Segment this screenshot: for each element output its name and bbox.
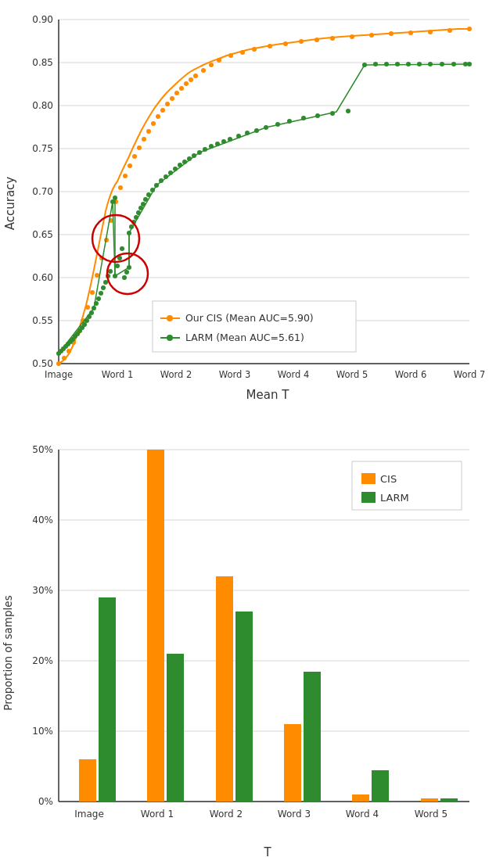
bar-word4-larm (372, 770, 389, 802)
svg-point-36 (90, 290, 95, 295)
svg-text:Word 7: Word 7 (454, 369, 486, 380)
legend-cis-swatch (361, 473, 376, 484)
svg-point-75 (447, 28, 452, 33)
svg-text:0.60: 0.60 (32, 272, 53, 283)
svg-point-30 (62, 356, 66, 360)
svg-point-61 (217, 58, 221, 63)
svg-point-69 (330, 36, 335, 41)
svg-text:Word 6: Word 6 (395, 369, 427, 380)
svg-point-76 (467, 27, 472, 31)
svg-point-161 (167, 315, 173, 321)
svg-point-95 (99, 291, 103, 296)
svg-point-47 (142, 137, 146, 142)
bar-word1-larm (167, 654, 184, 802)
svg-point-104 (115, 264, 120, 268)
bottom-chart: Proportion of samples T 0% 10% 20% 30% 4… (0, 434, 496, 868)
bar-word2-cis (216, 576, 233, 802)
svg-text:0.90: 0.90 (32, 14, 53, 25)
svg-point-96 (101, 285, 106, 290)
svg-text:Image: Image (45, 369, 73, 380)
svg-text:0.70: 0.70 (32, 186, 53, 197)
x-tick-word4: Word 4 (346, 809, 379, 820)
svg-point-68 (314, 38, 319, 42)
svg-point-106 (120, 246, 124, 251)
svg-point-72 (389, 31, 394, 36)
svg-point-67 (299, 39, 304, 44)
bar-word4-cis (352, 794, 369, 802)
svg-point-97 (103, 280, 108, 285)
svg-point-56 (184, 81, 189, 86)
svg-point-70 (350, 34, 354, 39)
svg-point-64 (252, 47, 257, 52)
svg-rect-159 (153, 301, 356, 352)
x-axis-label: Mean T (246, 388, 290, 402)
svg-point-60 (209, 63, 214, 67)
svg-point-107 (122, 275, 127, 280)
svg-point-46 (137, 145, 142, 150)
svg-text:40%: 40% (32, 515, 53, 525)
svg-point-63 (240, 50, 245, 55)
svg-point-148 (384, 62, 389, 66)
x-tick-word5: Word 5 (415, 809, 447, 820)
svg-text:Word 1: Word 1 (102, 369, 134, 380)
svg-point-74 (428, 30, 433, 34)
bottom-cis-legend-label: CIS (380, 473, 397, 485)
svg-text:50%: 50% (32, 444, 53, 455)
svg-point-73 (408, 30, 413, 35)
svg-point-31 (66, 349, 71, 353)
svg-text:0.85: 0.85 (32, 57, 53, 68)
bar-word2-larm (235, 612, 253, 802)
bar-word1-cis (147, 450, 164, 802)
bar-image-cis (79, 759, 96, 802)
svg-text:30%: 30% (32, 585, 53, 596)
svg-text:0.50: 0.50 (32, 358, 53, 369)
svg-point-29 (56, 361, 61, 366)
legend-larm-swatch (361, 492, 376, 503)
larm-legend-label: LARM (Mean AUC=5.61) (185, 332, 304, 343)
x-tick-word3: Word 3 (278, 809, 311, 820)
x-tick-word2: Word 2 (210, 809, 243, 820)
svg-point-48 (146, 129, 151, 134)
svg-point-44 (128, 163, 132, 168)
svg-point-62 (228, 53, 233, 58)
x-tick-image: Image (74, 809, 104, 820)
top-chart: Accuracy Mean T 0.50 0.55 0.60 0.65 0.70… (0, 0, 496, 434)
svg-text:Word 5: Word 5 (336, 369, 368, 380)
bar-word3-larm (304, 672, 321, 802)
svg-point-147 (373, 62, 378, 66)
svg-point-42 (118, 185, 123, 190)
svg-point-54 (174, 91, 179, 95)
svg-point-53 (170, 96, 174, 101)
bar-word5-larm (440, 798, 458, 802)
svg-point-71 (369, 33, 374, 38)
svg-point-94 (96, 296, 101, 301)
cis-legend-label: Our CIS (Mean AUC=5.90) (185, 312, 314, 324)
svg-text:Word 4: Word 4 (278, 369, 310, 380)
y-axis-label-bottom: Proportion of samples (2, 595, 14, 710)
svg-point-52 (165, 102, 170, 106)
svg-text:20%: 20% (32, 655, 53, 666)
x-tick-word1: Word 1 (141, 809, 174, 820)
svg-text:Word 3: Word 3 (219, 369, 251, 380)
svg-point-35 (85, 305, 90, 310)
svg-text:10%: 10% (32, 726, 53, 737)
svg-point-66 (283, 41, 288, 46)
svg-point-45 (132, 154, 137, 159)
svg-point-163 (167, 335, 173, 341)
svg-point-43 (123, 174, 128, 178)
svg-point-57 (189, 77, 193, 82)
svg-point-50 (156, 114, 160, 119)
svg-point-65 (268, 44, 272, 48)
svg-point-51 (160, 108, 165, 113)
svg-text:0.80: 0.80 (32, 100, 53, 111)
svg-point-37 (95, 273, 99, 278)
bar-word5-cis (421, 798, 438, 802)
svg-text:0.55: 0.55 (32, 315, 53, 326)
svg-text:0.65: 0.65 (32, 229, 53, 240)
bar-image-larm (99, 597, 116, 802)
y-axis-label: Accuracy (3, 177, 17, 231)
svg-text:0.75: 0.75 (32, 143, 53, 154)
svg-text:Word 2: Word 2 (160, 369, 192, 380)
bar-word3-cis (284, 724, 301, 802)
svg-point-58 (193, 74, 198, 78)
